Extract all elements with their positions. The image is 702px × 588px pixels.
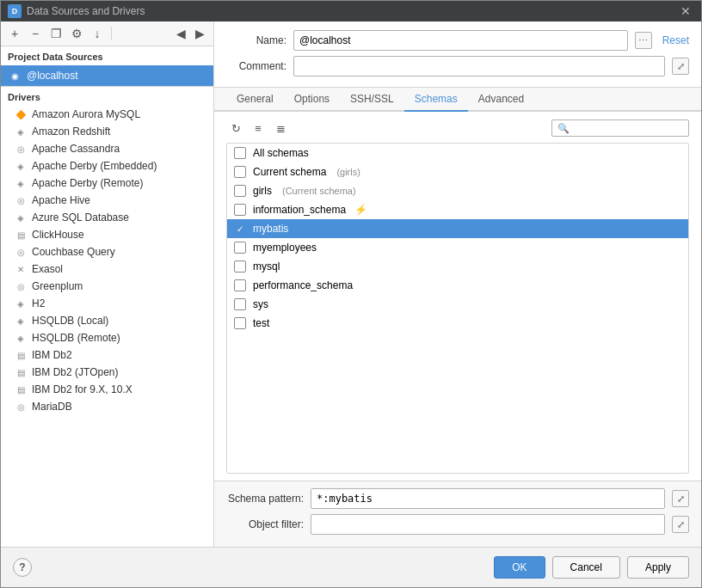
- tab-ssh-ssl[interactable]: SSH/SSL: [340, 88, 404, 112]
- schema-note-1: (girls): [336, 167, 360, 177]
- ok-button[interactable]: OK: [494, 556, 545, 579]
- schema-row-test[interactable]: test: [227, 314, 688, 333]
- driver-item-cassandra[interactable]: ◎Apache Cassandra: [1, 140, 213, 157]
- schema-checkbox-5[interactable]: [234, 242, 246, 254]
- driver-item-redshift[interactable]: ◈Amazon Redshift: [1, 123, 213, 140]
- driver-item-greenplum[interactable]: ◎Greenplum: [1, 278, 213, 295]
- schema-pattern-input[interactable]: [311, 488, 665, 509]
- schema-name-7: performance_schema: [253, 279, 353, 291]
- driver-item-hsql2[interactable]: ◈HSQLDB (Remote): [1, 329, 213, 346]
- schema-row-performance_schema[interactable]: performance_schema: [227, 276, 688, 295]
- schema-row-information_schema[interactable]: information_schema⚡: [227, 200, 688, 219]
- driver-icon-db2: ▤: [15, 349, 27, 361]
- object-filter-input[interactable]: [311, 514, 665, 535]
- driver-item-h2[interactable]: ◈H2: [1, 295, 213, 312]
- schema-row-current-schema[interactable]: Current schema(girls): [227, 162, 688, 181]
- schema-checkbox-1[interactable]: [234, 166, 246, 178]
- driver-name-aurora: Amazon Aurora MySQL: [32, 108, 140, 120]
- driver-icon-derby: ◈: [15, 160, 27, 172]
- schema-checkbox-2[interactable]: [234, 185, 246, 197]
- dialog-title: Data Sources and Drivers: [27, 5, 677, 17]
- schema-checkbox-3[interactable]: [234, 204, 246, 216]
- driver-item-derby2[interactable]: ◈Apache Derby (Remote): [1, 175, 213, 192]
- driver-item-azure[interactable]: ◈Azure SQL Database: [1, 209, 213, 226]
- collapse-schemas-button[interactable]: ≡: [249, 119, 268, 138]
- settings-button[interactable]: ⚙: [68, 25, 85, 42]
- schemas-area: ↻ ≡ ≣ 🔍 All schemasCurrent schema(girls)…: [214, 112, 701, 481]
- driver-icon-db2jt: ▤: [15, 366, 27, 378]
- driver-icon-couchbase: ◎: [15, 246, 27, 258]
- driver-icon-hsql1: ◈: [15, 315, 27, 327]
- object-filter-expand-button[interactable]: ⤢: [672, 516, 689, 533]
- name-label: Name:: [226, 34, 286, 46]
- back-button[interactable]: ◀: [172, 25, 189, 42]
- schema-row-all-schemas[interactable]: All schemas: [227, 144, 688, 162]
- driver-icon-exasol: ✕: [15, 263, 27, 275]
- remove-button[interactable]: −: [27, 25, 44, 42]
- schema-row-sys[interactable]: sys: [227, 295, 688, 314]
- driver-item-db2old[interactable]: ▤IBM Db2 for 9.X, 10.X: [1, 381, 213, 398]
- driver-name-cassandra: Apache Cassandra: [32, 143, 120, 155]
- schema-search-box: 🔍: [551, 119, 689, 137]
- tab-advanced[interactable]: Advanced: [468, 88, 534, 112]
- bottom-form: Schema pattern: ⤢ Object filter: ⤢: [214, 481, 701, 547]
- drivers-label: Drivers: [1, 87, 213, 106]
- comment-expand-button[interactable]: ⤢: [672, 58, 689, 75]
- schema-pattern-expand-button[interactable]: ⤢: [672, 490, 689, 507]
- schema-row-mybatis[interactable]: ✓mybatis: [227, 219, 688, 238]
- schema-row-myemployees[interactable]: myemployees: [227, 238, 688, 257]
- driver-item-mariadb[interactable]: ◎MariaDB: [1, 398, 213, 415]
- schema-search-input[interactable]: [573, 122, 683, 134]
- driver-name-db2jt: IBM Db2 (JTOpen): [32, 366, 118, 378]
- drivers-section: Drivers 🔶Amazon Aurora MySQL◈Amazon Reds…: [1, 86, 213, 547]
- driver-item-couchbase[interactable]: ◎Couchbase Query: [1, 243, 213, 260]
- help-button[interactable]: ?: [13, 558, 32, 577]
- driver-item-hsql1[interactable]: ◈HSQLDB (Local): [1, 312, 213, 329]
- comment-input[interactable]: [293, 56, 665, 77]
- driver-icon-mariadb: ◎: [15, 401, 27, 413]
- schema-row-mysql[interactable]: mysql: [227, 257, 688, 276]
- close-button[interactable]: ✕: [677, 4, 694, 18]
- driver-item-hive[interactable]: ◎Apache Hive: [1, 192, 213, 209]
- schema-row-girls[interactable]: girls(Current schema): [227, 181, 688, 200]
- driver-icon-db2old: ▤: [15, 383, 27, 395]
- schema-name-0: All schemas: [253, 147, 309, 159]
- schema-checkbox-4[interactable]: ✓: [234, 223, 246, 235]
- driver-name-couchbase: Couchbase Query: [32, 246, 115, 258]
- driver-icon-derby2: ◈: [15, 177, 27, 189]
- content-area: + − ❐ ⚙ ↓ ◀ ▶ Project Data Sources ◉ @lo…: [1, 21, 701, 547]
- name-input[interactable]: [293, 30, 628, 51]
- schemas-list: All schemasCurrent schema(girls)girls(Cu…: [226, 143, 689, 474]
- driver-item-db2jt[interactable]: ▤IBM Db2 (JTOpen): [1, 364, 213, 381]
- copy-button[interactable]: ❐: [47, 25, 65, 42]
- add-button[interactable]: +: [6, 25, 23, 42]
- schema-checkbox-9[interactable]: [234, 317, 246, 329]
- schema-checkbox-6[interactable]: [234, 260, 246, 273]
- tabs-bar: GeneralOptionsSSH/SSLSchemasAdvanced: [214, 88, 701, 112]
- schema-checkbox-7[interactable]: [234, 279, 246, 291]
- driver-icon-h2: ◈: [15, 297, 27, 309]
- apply-button[interactable]: Apply: [627, 556, 689, 579]
- schema-checkbox-0[interactable]: [234, 147, 246, 159]
- forward-button[interactable]: ▶: [191, 25, 208, 42]
- reset-link[interactable]: Reset: [662, 34, 689, 46]
- driver-item-aurora[interactable]: 🔶Amazon Aurora MySQL: [1, 106, 213, 123]
- cancel-button[interactable]: Cancel: [552, 556, 620, 579]
- tab-schemas[interactable]: Schemas: [404, 88, 468, 112]
- refresh-schemas-button[interactable]: ↻: [226, 119, 245, 138]
- driver-item-derby[interactable]: ◈Apache Derby (Embedded): [1, 157, 213, 175]
- driver-item-exasol[interactable]: ✕Exasol: [1, 260, 213, 278]
- driver-icon-redshift: ◈: [15, 126, 27, 138]
- tab-general[interactable]: General: [226, 88, 284, 112]
- driver-name-greenplum: Greenplum: [32, 280, 83, 292]
- name-expand-button[interactable]: ⋯: [635, 32, 652, 49]
- tab-options[interactable]: Options: [284, 88, 340, 112]
- driver-name-clickhouse: ClickHouse: [32, 229, 84, 241]
- import-button[interactable]: ↓: [89, 25, 106, 42]
- schema-checkbox-8[interactable]: [234, 298, 246, 310]
- driver-item-db2[interactable]: ▤IBM Db2: [1, 346, 213, 364]
- settings-schemas-button[interactable]: ≣: [271, 119, 290, 138]
- left-toolbar: + − ❐ ⚙ ↓ ◀ ▶: [1, 21, 213, 46]
- datasource-item-localhost[interactable]: ◉ @localhost: [1, 65, 213, 86]
- driver-item-clickhouse[interactable]: ▤ClickHouse: [1, 226, 213, 243]
